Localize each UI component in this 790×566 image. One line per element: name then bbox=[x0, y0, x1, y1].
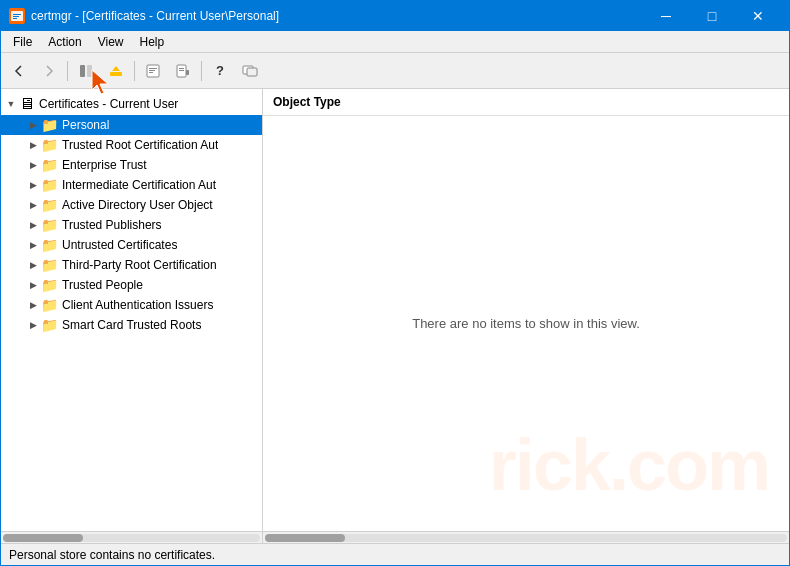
tree-item-client-auth[interactable]: ▶ 📁 Client Authentication Issuers bbox=[1, 295, 262, 315]
folder-icon-client-auth: 📁 bbox=[41, 297, 58, 313]
folder-icon-trusted-people: 📁 bbox=[41, 277, 58, 293]
folder-icon-smart-card: 📁 bbox=[41, 317, 58, 333]
window-controls: ─ □ ✕ bbox=[643, 1, 781, 31]
personal-expand-icon: ▶ bbox=[25, 120, 41, 130]
svg-rect-13 bbox=[179, 70, 184, 71]
tree-root-item[interactable]: ▼ 🖥 Certificates - Current User bbox=[1, 93, 262, 115]
tree-label-trusted-pub: Trusted Publishers bbox=[62, 218, 162, 232]
tree-label-trusted-people: Trusted People bbox=[62, 278, 143, 292]
menu-bar: File Action View Help bbox=[1, 31, 789, 53]
new-window-button[interactable] bbox=[236, 57, 264, 85]
title-bar: certmgr - [Certificates - Current User\P… bbox=[1, 1, 789, 31]
scrollbar-area bbox=[1, 531, 789, 543]
up-button[interactable] bbox=[102, 57, 130, 85]
show-hide-button[interactable] bbox=[72, 57, 100, 85]
left-scrollbar-thumb[interactable] bbox=[3, 534, 83, 542]
third-party-expand-icon: ▶ bbox=[25, 260, 41, 270]
menu-help[interactable]: Help bbox=[132, 33, 173, 51]
close-button[interactable]: ✕ bbox=[735, 1, 781, 31]
forward-button[interactable] bbox=[35, 57, 63, 85]
client-auth-expand-icon: ▶ bbox=[25, 300, 41, 310]
folder-icon-trusted-root: 📁 bbox=[41, 137, 58, 153]
tree-root-label: Certificates - Current User bbox=[39, 97, 178, 111]
trusted-people-expand-icon: ▶ bbox=[25, 280, 41, 290]
minimize-button[interactable]: ─ bbox=[643, 1, 689, 31]
tree-label-untrusted: Untrusted Certificates bbox=[62, 238, 177, 252]
svg-rect-14 bbox=[186, 70, 189, 75]
left-scrollbar[interactable] bbox=[1, 532, 263, 543]
folder-icon-enterprise: 📁 bbox=[41, 157, 58, 173]
folder-icon-intermediate: 📁 bbox=[41, 177, 58, 193]
right-scrollbar-track bbox=[265, 534, 787, 542]
svg-rect-16 bbox=[247, 68, 257, 76]
status-text: Personal store contains no certificates. bbox=[9, 548, 215, 562]
folder-icon-trusted-pub: 📁 bbox=[41, 217, 58, 233]
tree-view[interactable]: ▼ 🖥 Certificates - Current User ▶ 📁 Pers… bbox=[1, 89, 262, 531]
back-button[interactable] bbox=[5, 57, 33, 85]
svg-rect-4 bbox=[80, 65, 85, 77]
right-scrollbar-thumb[interactable] bbox=[265, 534, 345, 542]
tree-item-intermediate[interactable]: ▶ 📁 Intermediate Certification Aut bbox=[1, 175, 262, 195]
toolbar-sep-3 bbox=[201, 61, 202, 81]
svg-rect-8 bbox=[149, 68, 157, 69]
toolbar-sep-2 bbox=[134, 61, 135, 81]
folder-icon-active-dir: 📁 bbox=[41, 197, 58, 213]
enterprise-expand-icon: ▶ bbox=[25, 160, 41, 170]
left-panel: ▼ 🖥 Certificates - Current User ▶ 📁 Pers… bbox=[1, 89, 263, 531]
tree-label-personal: Personal bbox=[62, 118, 109, 132]
toolbar-sep-1 bbox=[67, 61, 68, 81]
status-bar: Personal store contains no certificates. bbox=[1, 543, 789, 565]
right-scrollbar[interactable] bbox=[263, 532, 789, 543]
tree-item-smart-card[interactable]: ▶ 📁 Smart Card Trusted Roots bbox=[1, 315, 262, 335]
export-button[interactable] bbox=[169, 57, 197, 85]
window-title: certmgr - [Certificates - Current User\P… bbox=[31, 9, 643, 23]
svg-rect-5 bbox=[87, 65, 92, 77]
tree-item-trusted-publishers[interactable]: ▶ 📁 Trusted Publishers bbox=[1, 215, 262, 235]
tree-item-third-party[interactable]: ▶ 📁 Third-Party Root Certification bbox=[1, 255, 262, 275]
left-scrollbar-track bbox=[3, 534, 260, 542]
intermediate-expand-icon: ▶ bbox=[25, 180, 41, 190]
svg-rect-1 bbox=[13, 14, 21, 15]
maximize-button[interactable]: □ bbox=[689, 1, 735, 31]
tree-label-client-auth: Client Authentication Issuers bbox=[62, 298, 213, 312]
svg-rect-9 bbox=[149, 70, 155, 71]
tree-label-intermediate: Intermediate Certification Aut bbox=[62, 178, 216, 192]
trusted-pub-expand-icon: ▶ bbox=[25, 220, 41, 230]
main-content: ▼ 🖥 Certificates - Current User ▶ 📁 Pers… bbox=[1, 89, 789, 531]
svg-rect-2 bbox=[13, 16, 19, 17]
svg-rect-6 bbox=[110, 72, 122, 76]
tree-label-smart-card: Smart Card Trusted Roots bbox=[62, 318, 201, 332]
tree-label-trusted-root: Trusted Root Certification Aut bbox=[62, 138, 218, 152]
empty-message: There are no items to show in this view. bbox=[412, 316, 640, 331]
active-dir-expand-icon: ▶ bbox=[25, 200, 41, 210]
svg-rect-3 bbox=[13, 18, 17, 19]
properties-button[interactable] bbox=[139, 57, 167, 85]
tree-item-active-directory[interactable]: ▶ 📁 Active Directory User Object bbox=[1, 195, 262, 215]
tree-label-active-dir: Active Directory User Object bbox=[62, 198, 213, 212]
svg-rect-12 bbox=[179, 68, 184, 69]
menu-view[interactable]: View bbox=[90, 33, 132, 51]
menu-file[interactable]: File bbox=[5, 33, 40, 51]
help-button[interactable]: ? bbox=[206, 57, 234, 85]
tree-item-untrusted[interactable]: ▶ 📁 Untrusted Certificates bbox=[1, 235, 262, 255]
tree-item-trusted-root[interactable]: ▶ 📁 Trusted Root Certification Aut bbox=[1, 135, 262, 155]
toolbar: ? bbox=[1, 53, 789, 89]
untrusted-expand-icon: ▶ bbox=[25, 240, 41, 250]
right-panel-content: rick.com There are no items to show in t… bbox=[263, 116, 789, 531]
tree-item-trusted-people[interactable]: ▶ 📁 Trusted People bbox=[1, 275, 262, 295]
computer-icon: 🖥 bbox=[19, 95, 35, 113]
folder-icon-untrusted: 📁 bbox=[41, 237, 58, 253]
svg-rect-10 bbox=[149, 72, 153, 73]
root-expand-icon: ▼ bbox=[3, 99, 19, 109]
folder-icon-personal: 📁 bbox=[41, 117, 58, 133]
tree-label-third-party: Third-Party Root Certification bbox=[62, 258, 217, 272]
watermark: rick.com bbox=[489, 429, 769, 501]
trusted-root-expand-icon: ▶ bbox=[25, 140, 41, 150]
tree-root: ▼ 🖥 Certificates - Current User ▶ 📁 Pers… bbox=[1, 89, 262, 339]
right-panel: Object Type rick.com There are no items … bbox=[263, 89, 789, 531]
tree-item-personal[interactable]: ▶ 📁 Personal bbox=[1, 115, 262, 135]
folder-icon-third-party: 📁 bbox=[41, 257, 58, 273]
tree-item-enterprise[interactable]: ▶ 📁 Enterprise Trust bbox=[1, 155, 262, 175]
menu-action[interactable]: Action bbox=[40, 33, 89, 51]
main-window: certmgr - [Certificates - Current User\P… bbox=[0, 0, 790, 566]
